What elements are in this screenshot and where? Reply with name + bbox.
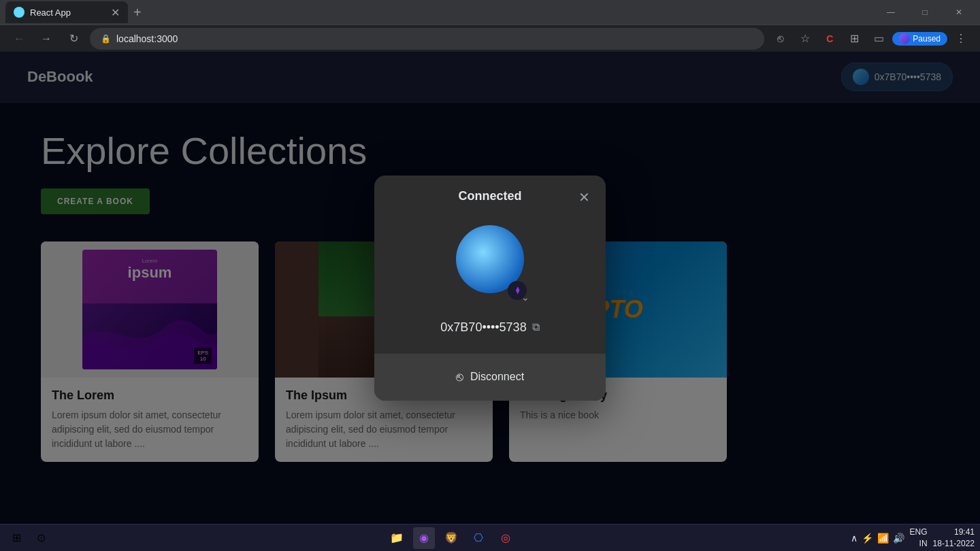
eth-network-badge: ⧫ ⌄	[521, 292, 529, 303]
modal-title: Connected	[458, 189, 521, 203]
brave-icon: 🦁	[444, 531, 458, 544]
url-bar[interactable]: 🔒 localhost:3000	[90, 28, 764, 50]
tab-title: React App	[30, 7, 105, 18]
lang-text: ENG	[910, 527, 928, 537]
lang-region: ENG IN	[910, 527, 928, 550]
file-explorer-button[interactable]: 📁	[386, 527, 408, 549]
clock-display: 19:41 18-11-2022	[933, 527, 975, 550]
paused-badge: Paused	[892, 32, 947, 46]
bluetooth-icon: ⚡	[862, 533, 873, 544]
tab-close-button[interactable]: ✕	[111, 6, 120, 19]
taskbar: ⊞ ⊙ 📁 ◉ 🦁 ⎔ ◎ ∧ ⚡ 📶 🔊 ENG	[0, 524, 980, 551]
copy-address-button[interactable]: ⧉	[532, 321, 540, 333]
eth-symbol: ⧫	[516, 286, 519, 295]
modal-header: Connected ✕	[374, 176, 606, 212]
volume-icon: 🔊	[893, 533, 904, 544]
modal-overlay[interactable]: Connected ✕ ⧫ ⌄ 0x7B70••••5738 ⧉	[0, 52, 980, 524]
address-bar: ← → ↻ 🔒 localhost:3000 ⎋ ☆ C ⊞ ▭ Paused …	[0, 24, 980, 52]
browser-chrome: React App ✕ + — □ ✕ ← → ↻ 🔒 localhost:30…	[0, 0, 980, 52]
purple-app-icon: ◉	[419, 531, 429, 544]
back-button[interactable]: ←	[8, 28, 30, 50]
browser-menu-button[interactable]: ⋮	[950, 28, 972, 50]
chevron-up-icon: ∧	[851, 533, 858, 544]
time-text: 19:41	[933, 527, 975, 538]
disconnect-button[interactable]: ⎋ Disconnect	[391, 365, 589, 390]
folder-icon: 📁	[390, 531, 404, 544]
wallet-address-display: 0x7B70••••5738 ⧉	[440, 320, 539, 335]
search-taskbar-icon: ⊙	[37, 531, 46, 544]
taskbar-center: 📁 ◉ 🦁 ⎔ ◎	[386, 527, 517, 549]
taskbar-right: ∧ ⚡ 📶 🔊 ENG IN 19:41 18-11-2022	[851, 527, 975, 550]
brave-taskbar-button[interactable]: 🦁	[440, 527, 462, 549]
chrome-taskbar-button[interactable]: ◎	[495, 527, 517, 549]
close-window-button[interactable]: ✕	[943, 1, 975, 23]
share-button[interactable]: ⎋	[770, 28, 791, 50]
app1-taskbar-button[interactable]: ◉	[413, 527, 435, 549]
minimize-button[interactable]: —	[875, 1, 906, 23]
modal-footer: ⎋ Disconnect	[374, 354, 606, 401]
browser-tab[interactable]: React App ✕	[5, 1, 128, 23]
start-button[interactable]: ⊞	[5, 527, 27, 549]
chrome-icon: ◎	[501, 531, 510, 544]
modal-body: ⧫ ⌄ 0x7B70••••5738 ⧉	[374, 212, 606, 354]
forward-button[interactable]: →	[35, 28, 57, 50]
date-text: 18-11-2022	[933, 538, 975, 550]
wifi-icon: 📶	[877, 533, 889, 544]
connected-modal: Connected ✕ ⧫ ⌄ 0x7B70••••5738 ⧉	[374, 176, 606, 401]
time-display: ENG IN	[910, 527, 928, 550]
bookmark-button[interactable]: ☆	[794, 28, 816, 50]
vscode-taskbar-button[interactable]: ⎔	[468, 527, 489, 549]
wallet-avatar-wrapper: ⧫ ⌄	[456, 225, 524, 304]
disconnect-label: Disconnect	[470, 371, 524, 383]
extension-c-button[interactable]: C	[819, 28, 840, 50]
windows-icon: ⊞	[12, 531, 21, 544]
window-controls: — □ ✕	[875, 1, 975, 23]
refresh-button[interactable]: ↻	[63, 28, 84, 50]
eth-icon-badge: ⧫	[508, 281, 527, 300]
wallet-address-text: 0x7B70••••5738	[440, 320, 526, 335]
vscode-icon: ⎔	[474, 531, 483, 544]
lock-icon: 🔒	[101, 34, 111, 44]
taskbar-left: ⊞ ⊙	[5, 527, 52, 549]
avatar-small	[899, 33, 910, 44]
new-tab-button[interactable]: +	[131, 2, 144, 23]
region-text: IN	[919, 539, 928, 548]
split-view-button[interactable]: ▭	[868, 28, 889, 50]
extensions-button[interactable]: ⊞	[843, 28, 865, 50]
maximize-button[interactable]: □	[909, 1, 941, 23]
address-actions: ⎋ ☆ C ⊞ ▭ Paused ⋮	[770, 28, 972, 50]
system-icons: ∧ ⚡ 📶 🔊	[851, 533, 904, 544]
app-content: DeBoook 0x7B70••••5738 Explore Collectio…	[0, 52, 980, 524]
tab-favicon	[14, 7, 24, 18]
disconnect-icon: ⎋	[456, 370, 463, 384]
tab-bar: React App ✕ + — □ ✕	[0, 0, 980, 24]
modal-close-button[interactable]: ✕	[573, 186, 595, 208]
url-text: localhost:3000	[116, 33, 178, 44]
paused-label: Paused	[913, 34, 941, 44]
search-taskbar-button[interactable]: ⊙	[30, 527, 52, 549]
